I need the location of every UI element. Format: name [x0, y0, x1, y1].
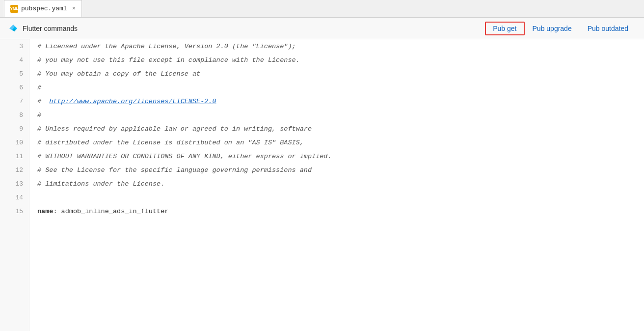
pub-upgrade-button[interactable]: Pub upgrade: [525, 22, 580, 35]
tab-bar: YML pubspec.yaml ×: [0, 0, 644, 18]
line-num-4: 4: [0, 53, 29, 67]
line-num-12: 12: [0, 163, 29, 177]
code-line-8: #: [37, 108, 644, 122]
line-num-10: 10: [0, 136, 29, 149]
pub-get-button[interactable]: Pub get: [485, 22, 524, 35]
line-num-14: 14: [0, 191, 29, 204]
line-numbers-gutter: 3 4 5 6 7 8 9 10 11 12 13 14 15: [0, 39, 29, 331]
flutter-commands-area: Pub get Pub upgrade Pub outdated: [485, 22, 636, 35]
code-line-5: # You may obtain a copy of the License a…: [37, 67, 644, 81]
line-num-3: 3: [0, 39, 29, 53]
line-num-8: 8: [0, 108, 29, 122]
code-line-15: name: admob_inline_ads_in_flutter: [37, 204, 644, 218]
flutter-commands-bar: Flutter commands Pub get Pub upgrade Pub…: [0, 18, 644, 39]
line-num-15: 15: [0, 204, 29, 218]
code-line-4: # you may not use this file except in co…: [37, 53, 644, 67]
tab-filename: pubspec.yaml: [21, 5, 67, 12]
code-content[interactable]: # Licensed under the Apache License, Ver…: [29, 39, 644, 331]
line-num-11: 11: [0, 149, 29, 163]
code-line-10: # distributed under the License is distr…: [37, 136, 644, 149]
code-editor: 3 4 5 6 7 8 9 10 11 12 13 14 15 # Licens…: [0, 39, 644, 331]
license-link[interactable]: http://www.apache.org/licenses/LICENSE-2…: [49, 98, 216, 105]
line-num-5: 5: [0, 67, 29, 81]
pubspec-tab[interactable]: YML pubspec.yaml ×: [4, 0, 82, 17]
code-line-13: # limitations under the License.: [37, 177, 644, 191]
pub-outdated-button[interactable]: Pub outdated: [580, 22, 636, 35]
code-line-11: # WITHOUT WARRANTIES OR CONDITIONS OF AN…: [37, 149, 644, 163]
code-line-3: # Licensed under the Apache License, Ver…: [37, 39, 644, 53]
line-num-7: 7: [0, 94, 29, 108]
code-line-9: # Unless required by applicable law or a…: [37, 122, 644, 136]
code-line-12: # See the License for the specific langu…: [37, 163, 644, 177]
code-line-14: [37, 191, 644, 204]
yaml-file-icon: YML: [10, 5, 18, 13]
line-num-9: 9: [0, 122, 29, 136]
line-num-6: 6: [0, 81, 29, 94]
flutter-title-area: Flutter commands: [8, 23, 78, 34]
tab-close-button[interactable]: ×: [72, 5, 76, 12]
flutter-commands-label: Flutter commands: [23, 25, 78, 32]
code-line-6: #: [37, 81, 644, 94]
line-num-13: 13: [0, 177, 29, 191]
flutter-logo-icon: [8, 23, 19, 34]
code-line-7: # http://www.apache.org/licenses/LICENSE…: [37, 94, 644, 108]
